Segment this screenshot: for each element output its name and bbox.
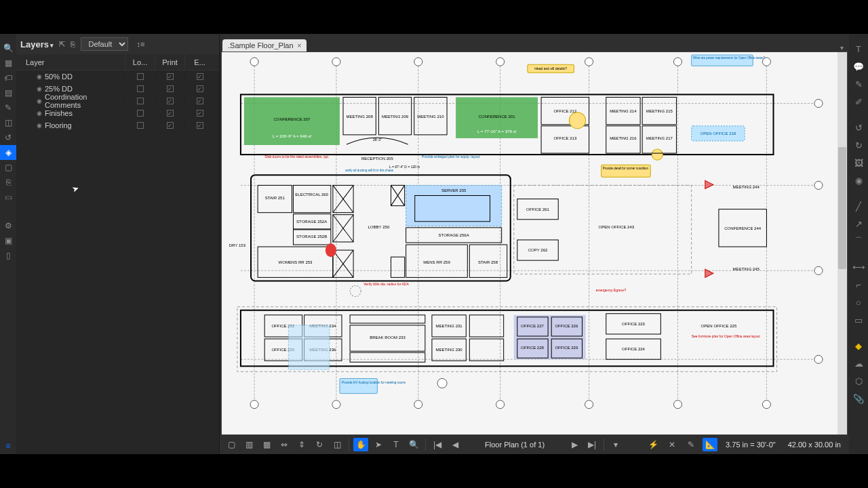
stamps-icon[interactable]: ▣ (0, 233, 16, 248)
visibility-icon[interactable]: ◉ (37, 98, 42, 104)
ellipse-tool-icon[interactable]: ○ (849, 294, 868, 310)
line-tool-icon[interactable]: ╱ (849, 198, 868, 214)
stamp-tool-icon[interactable]: ◉ (849, 172, 868, 188)
vertical-scrollbar[interactable] (837, 52, 847, 434)
svg-text:CONFERENCE 207: CONFERENCE 207 (273, 117, 311, 121)
svg-text:MEETING 244: MEETING 244 (733, 185, 760, 189)
document-viewport[interactable]: CONFERENCE 207 L = 106'-9" A = 649 sf ME… (221, 52, 848, 435)
config-icon[interactable]: ⎘ (71, 40, 75, 48)
col-lock-header[interactable]: Lo... (125, 54, 155, 70)
select-icon[interactable]: ➤ (371, 438, 386, 451)
polygon-tool-icon[interactable]: ⬡ (849, 373, 868, 389)
markups-icon[interactable]: ✎ (0, 100, 16, 115)
lock-checkbox[interactable] (137, 73, 144, 80)
arc-tool-icon[interactable]: ⌒ (849, 233, 868, 249)
lock-checkbox[interactable] (137, 122, 144, 129)
print-checkbox[interactable] (167, 122, 174, 129)
export-checkbox[interactable] (197, 122, 203, 129)
text-tool-icon[interactable]: T (849, 41, 868, 57)
fit-width-icon[interactable]: ⇔ (277, 438, 292, 451)
calibrate-hide-icon[interactable]: ✕ (665, 438, 679, 451)
redo-icon[interactable]: ↻ (849, 137, 868, 153)
panel-title[interactable]: Layers (20, 39, 54, 49)
calibrate-pick-icon[interactable]: ✎ (684, 438, 698, 451)
lock-checkbox[interactable] (137, 110, 144, 117)
two-page-icon[interactable]: ▦ (259, 438, 274, 451)
docs-icon[interactable]: ▯ (0, 248, 16, 263)
print-checkbox[interactable] (167, 85, 174, 92)
visibility-icon[interactable]: ◉ (37, 110, 42, 117)
cloud-tool-icon[interactable]: ☁ (849, 355, 868, 371)
svg-point-119 (350, 285, 361, 296)
callout-tool-icon[interactable]: ◆ (849, 338, 868, 354)
continuous-icon[interactable]: ▥ (241, 438, 256, 451)
single-page-icon[interactable]: ▢ (224, 438, 239, 451)
tab-overflow-icon[interactable]: ▾ (840, 44, 844, 52)
lock-checkbox[interactable] (137, 85, 144, 92)
rectangle-tool-icon[interactable]: ▭ (849, 312, 868, 328)
undo-icon[interactable]: ↺ (849, 119, 868, 136)
visibility-icon[interactable]: ◉ (37, 73, 42, 80)
print-checkbox[interactable] (167, 98, 174, 104)
links-icon[interactable]: ⎘ (0, 175, 16, 190)
forms-icon[interactable]: ▭ (0, 190, 16, 205)
lock-checkbox[interactable] (137, 98, 144, 104)
col-print-header[interactable]: Print (155, 54, 184, 70)
svg-text:MEETING 208: MEETING 208 (347, 115, 374, 119)
layer-row[interactable]: ◉50% DD (16, 70, 219, 83)
layers-icon[interactable]: ◈ (0, 145, 16, 160)
last-page-icon[interactable]: ▶| (585, 438, 599, 451)
export-checkbox[interactable] (197, 98, 203, 104)
panel-toggle-icon[interactable]: ≡ (1, 441, 15, 451)
layer-row[interactable]: ◉Flooring (16, 119, 219, 131)
rotate-icon[interactable]: ↻ (312, 438, 327, 451)
pen-tool-icon[interactable]: ✐ (849, 94, 868, 110)
page-indicator[interactable]: Floor Plan (1 of 1) (485, 441, 545, 449)
print-checkbox[interactable] (167, 73, 174, 80)
properties-icon[interactable]: ▤ (0, 85, 16, 100)
highlight-tool-icon[interactable]: ✎ (849, 76, 868, 92)
zoom-icon[interactable]: 🔍 (406, 438, 421, 451)
image-tool-icon[interactable]: 🖼 (849, 155, 868, 171)
zoom-dropdown-icon[interactable]: ▾ (608, 438, 623, 451)
first-page-icon[interactable]: |◀ (430, 438, 445, 451)
export-checkbox[interactable] (197, 110, 203, 117)
export-checkbox[interactable] (197, 85, 203, 92)
spaces-icon[interactable]: ▢ (0, 160, 16, 175)
thumbnails-icon[interactable]: ▦ (0, 56, 16, 70)
scale-display[interactable]: 3.75 in = 30'-0" (722, 441, 780, 449)
pan-icon[interactable]: ✋ (353, 438, 368, 451)
layer-config-dropdown[interactable]: Default (81, 37, 128, 51)
measure-icon[interactable]: ◫ (0, 115, 16, 130)
polyline-tool-icon[interactable]: ⌐ (849, 277, 868, 293)
measure-tool-icon[interactable]: ⚡ (646, 438, 660, 451)
svg-text:DRY 153: DRY 153 (229, 243, 246, 247)
attach-tool-icon[interactable]: 📎 (849, 390, 868, 407)
note-tool-icon[interactable]: 💬 (849, 58, 868, 75)
dimension-tool-icon[interactable]: ⟷ (849, 259, 868, 275)
arrow-tool-icon[interactable]: ↗ (849, 216, 868, 232)
prev-page-icon[interactable]: ◀ (448, 438, 462, 451)
settings-icon[interactable]: ⚙ (0, 218, 16, 233)
bookmarks-icon[interactable]: 🏷 (0, 70, 16, 85)
next-page-icon[interactable]: ▶ (567, 438, 582, 451)
split-icon[interactable]: ◫ (330, 438, 344, 451)
history-icon[interactable]: ↺ (0, 130, 16, 145)
right-tool-rail: T 💬 ✎ ✐ ↺ ↻ 🖼 ◉ ╱ ↗ ⌒ ⟷ ⌐ ○ ▭ ◆ ☁ ⬡ 📎 (849, 34, 868, 454)
print-checkbox[interactable] (167, 110, 174, 117)
layer-row[interactable]: ◉Coordination Comments (16, 95, 219, 107)
col-export-header[interactable]: E... (184, 54, 214, 70)
export-checkbox[interactable] (197, 73, 203, 80)
layer-row[interactable]: ◉Finishes (16, 107, 219, 119)
scale-icon[interactable]: 📐 (703, 438, 717, 451)
search-icon[interactable]: 🔍 (0, 41, 16, 56)
text-select-icon[interactable]: T (389, 438, 403, 451)
visibility-icon[interactable]: ◉ (37, 122, 42, 129)
col-layer-header[interactable]: Layer (16, 54, 125, 70)
sort-icon[interactable]: ↕≡ (136, 40, 144, 48)
document-tab[interactable]: .Sample Floor_Plan × (222, 39, 307, 52)
collapse-icon[interactable]: ⇱ (59, 40, 65, 49)
visibility-icon[interactable]: ◉ (37, 85, 42, 92)
fit-page-icon[interactable]: ⇕ (294, 438, 309, 451)
tab-close-icon[interactable]: × (298, 42, 302, 49)
